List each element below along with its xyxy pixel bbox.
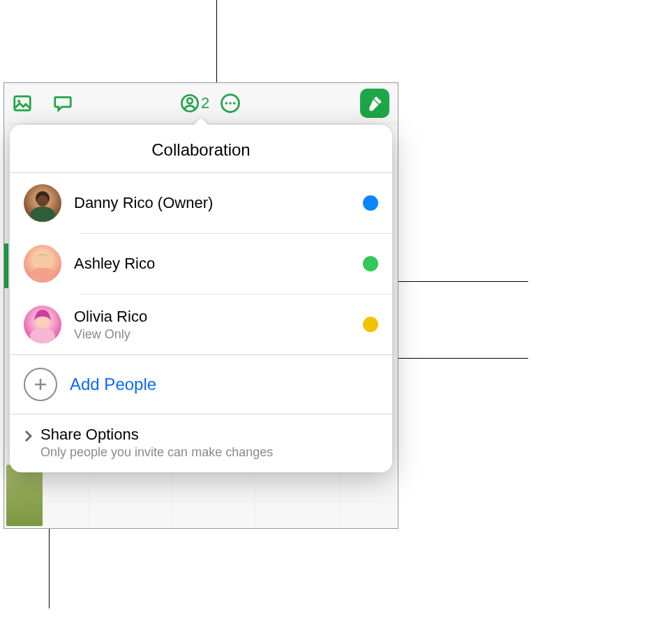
- svg-point-10: [37, 195, 48, 207]
- participant-permission: View Only: [74, 327, 350, 342]
- status-dot: [363, 256, 378, 271]
- background-image-thumbnail: [6, 465, 43, 526]
- status-dot: [363, 195, 378, 211]
- svg-rect-0: [15, 96, 31, 110]
- avatar: [24, 306, 61, 343]
- participant-row[interactable]: Danny Rico (Owner): [24, 173, 392, 233]
- callout-line-share-options: [49, 525, 50, 608]
- status-dot: [363, 317, 378, 332]
- participant-name: Olivia Rico: [74, 308, 350, 326]
- avatar: [24, 245, 61, 283]
- svg-point-11: [30, 267, 55, 283]
- svg-point-6: [230, 102, 232, 105]
- popover-arrow: [193, 118, 209, 126]
- add-people-label: Add People: [70, 375, 156, 394]
- collaboration-button[interactable]: 2: [180, 93, 209, 113]
- comment-button[interactable]: [50, 91, 75, 116]
- row-selector-tab: [4, 244, 8, 288]
- participant-list: Danny Rico (Owner) Ashley Rico: [10, 173, 392, 354]
- participant-name: Danny Rico (Owner): [74, 194, 350, 212]
- chevron-right-icon: [21, 428, 35, 444]
- participant-row[interactable]: Ashley Rico: [24, 234, 392, 294]
- callout-line-top: [216, 0, 217, 84]
- svg-point-5: [225, 102, 228, 105]
- svg-point-7: [233, 102, 236, 105]
- collaboration-count: 2: [201, 94, 209, 112]
- plus-icon: [24, 368, 57, 401]
- svg-point-3: [187, 98, 193, 103]
- svg-point-13: [30, 328, 55, 343]
- svg-point-12: [35, 253, 50, 268]
- share-options-row[interactable]: Share Options Only people you invite can…: [10, 414, 392, 472]
- app-window: 2 Collaboration Danny Rico (Owner): [3, 82, 398, 529]
- share-options-title: Share Options: [40, 426, 273, 444]
- add-people-button[interactable]: Add People: [10, 354, 392, 414]
- collaboration-popover: Collaboration Danny Rico (Owner) Ashley …: [10, 125, 392, 472]
- avatar: [24, 184, 61, 222]
- svg-point-9: [30, 207, 55, 222]
- media-button[interactable]: [10, 91, 35, 116]
- popover-title: Collaboration: [10, 125, 392, 173]
- participant-name: Ashley Rico: [74, 255, 350, 273]
- format-brush-button[interactable]: [360, 89, 389, 118]
- more-button[interactable]: [218, 91, 243, 116]
- share-options-subtitle: Only people you invite can make changes: [40, 445, 273, 460]
- participant-row[interactable]: Olivia Rico View Only: [24, 294, 392, 354]
